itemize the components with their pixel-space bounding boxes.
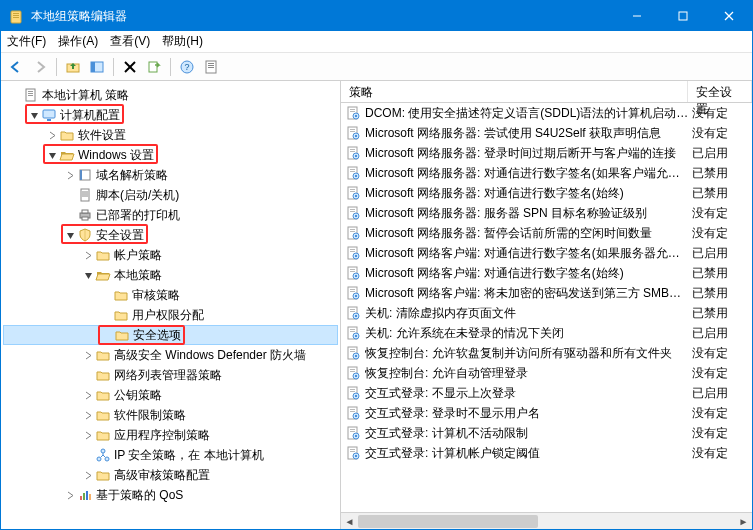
tree-item[interactable]: 本地策略 — [3, 265, 338, 285]
forward-button-icon[interactable] — [29, 56, 51, 78]
tree-item[interactable]: 计算机配置 — [3, 105, 338, 125]
list-item[interactable]: Microsoft 网络服务器: 对通信进行数字签名(始终)已禁用 — [341, 183, 752, 203]
folderOpen-icon — [59, 147, 75, 163]
chevron-down-icon[interactable] — [27, 111, 41, 120]
delete-icon[interactable] — [119, 56, 141, 78]
list-item[interactable]: 交互式登录: 计算机不活动限制没有定 — [341, 423, 752, 443]
help-icon[interactable]: ? — [176, 56, 198, 78]
properties-icon[interactable] — [200, 56, 222, 78]
list-item[interactable]: 恢复控制台: 允许自动管理登录没有定 — [341, 363, 752, 383]
back-button-icon[interactable] — [5, 56, 27, 78]
up-folder-icon[interactable] — [62, 56, 84, 78]
chevron-right-icon[interactable] — [81, 351, 95, 360]
scroll-thumb[interactable] — [358, 515, 538, 528]
col-policy[interactable]: 策略 — [341, 81, 688, 102]
chevron-right-icon[interactable] — [81, 391, 95, 400]
chevron-right-icon[interactable] — [45, 131, 59, 140]
chevron-down-icon[interactable] — [45, 151, 59, 160]
minimize-button[interactable] — [614, 1, 660, 31]
tree-item[interactable]: 软件限制策略 — [3, 405, 338, 425]
tree-item[interactable]: 安全设置 — [3, 225, 338, 245]
chevron-right-icon[interactable] — [63, 171, 77, 180]
chevron-down-icon[interactable] — [63, 231, 77, 240]
tree-item[interactable]: 软件设置 — [3, 125, 338, 145]
list-item[interactable]: 交互式登录: 计算机帐户锁定阈值没有定 — [341, 443, 752, 463]
tree-item[interactable]: 安全选项 — [3, 325, 338, 345]
chevron-right-icon[interactable] — [81, 251, 95, 260]
tree-item[interactable]: 高级安全 Windows Defender 防火墙 — [3, 345, 338, 365]
tree-item[interactable]: 网络列表管理器策略 — [3, 365, 338, 385]
tree-item[interactable]: 本地计算机 策略 — [3, 85, 338, 105]
close-button[interactable] — [706, 1, 752, 31]
policy-icon — [345, 265, 361, 281]
svg-rect-96 — [350, 331, 355, 332]
svg-rect-37 — [86, 491, 88, 500]
chevron-right-icon[interactable] — [81, 411, 95, 420]
menu-view[interactable]: 查看(V) — [110, 33, 150, 50]
list-item[interactable]: Microsoft 网络服务器: 对通信进行数字签名(如果客户端允…已禁用 — [341, 163, 752, 183]
list-item[interactable]: Microsoft 网络客户端: 对通信进行数字签名(如果服务器允…已启用 — [341, 243, 752, 263]
toolbar: ? — [1, 53, 752, 81]
tree-item[interactable]: Windows 设置 — [3, 145, 338, 165]
svg-rect-31 — [82, 217, 88, 220]
tree-item[interactable]: 公钥策略 — [3, 385, 338, 405]
list-item[interactable]: Microsoft 网络服务器: 暂停会话前所需的空闲时间数量没有定 — [341, 223, 752, 243]
list-item[interactable]: Microsoft 网络服务器: 尝试使用 S4U2Self 获取声明信息没有定 — [341, 123, 752, 143]
menu-help[interactable]: 帮助(H) — [162, 33, 203, 50]
chevron-down-icon[interactable] — [81, 271, 95, 280]
tree-item[interactable]: 用户权限分配 — [3, 305, 338, 325]
list-item[interactable]: Microsoft 网络客户端: 对通信进行数字签名(始终)已禁用 — [341, 263, 752, 283]
list-item[interactable]: 关机: 清除虚拟内存页面文件已禁用 — [341, 303, 752, 323]
menu-file[interactable]: 文件(F) — [7, 33, 46, 50]
tree-item[interactable]: IP 安全策略，在 本地计算机 — [3, 445, 338, 465]
svg-rect-61 — [350, 191, 355, 192]
tree-item[interactable]: 帐户策略 — [3, 245, 338, 265]
list-body[interactable]: DCOM: 使用安全描述符定义语言(SDDL)语法的计算机启动…没有定Micro… — [341, 103, 752, 512]
list-item[interactable]: Microsoft 网络服务器: 登录时间过期后断开与客户端的连接已启用 — [341, 143, 752, 163]
scroll-left-icon[interactable]: ◄ — [341, 513, 358, 530]
svg-rect-60 — [350, 189, 355, 190]
policy-name: Microsoft 网络服务器: 对通信进行数字签名(始终) — [365, 185, 688, 202]
chevron-right-icon[interactable] — [63, 491, 77, 500]
policy-setting: 没有定 — [688, 425, 752, 442]
list-item[interactable]: 交互式登录: 登录时不显示用户名没有定 — [341, 403, 752, 423]
svg-rect-68 — [355, 215, 357, 217]
tree-item[interactable]: 域名解析策略 — [3, 165, 338, 185]
svg-rect-2 — [13, 15, 19, 16]
tree-item[interactable]: 已部署的打印机 — [3, 205, 338, 225]
svg-rect-43 — [355, 115, 357, 117]
svg-rect-125 — [350, 449, 355, 450]
tree-item-label: IP 安全策略，在 本地计算机 — [114, 447, 264, 464]
show-pane-icon[interactable] — [86, 56, 108, 78]
tree-item[interactable]: 应用程序控制策略 — [3, 425, 338, 445]
list-item[interactable]: 恢复控制台: 允许软盘复制并访问所有驱动器和所有文件夹没有定 — [341, 343, 752, 363]
list-item[interactable]: DCOM: 使用安全描述符定义语言(SDDL)语法的计算机启动…没有定 — [341, 103, 752, 123]
tree-item-label: 高级审核策略配置 — [114, 467, 210, 484]
col-setting[interactable]: 安全设置 — [688, 81, 752, 102]
list-item[interactable]: 交互式登录: 不显示上次登录已启用 — [341, 383, 752, 403]
chevron-right-icon[interactable] — [81, 471, 95, 480]
tree-item[interactable]: 脚本(启动/关机) — [3, 185, 338, 205]
tree-item-label: 本地计算机 策略 — [42, 87, 129, 104]
tree-item[interactable]: 基于策略的 QoS — [3, 485, 338, 505]
menu-action[interactable]: 操作(A) — [58, 33, 98, 50]
scroll-right-icon[interactable]: ► — [735, 513, 752, 530]
export-icon[interactable] — [143, 56, 165, 78]
svg-rect-27 — [80, 170, 82, 180]
list-item[interactable]: Microsoft 网络客户端: 将未加密的密码发送到第三方 SMB…已禁用 — [341, 283, 752, 303]
tree-item[interactable]: 审核策略 — [3, 285, 338, 305]
svg-point-33 — [105, 457, 109, 461]
maximize-button[interactable] — [660, 1, 706, 31]
svg-rect-13 — [149, 62, 157, 72]
svg-rect-36 — [83, 493, 85, 500]
policy-icon — [345, 205, 361, 221]
shield-icon — [77, 227, 93, 243]
policy-setting: 已禁用 — [688, 165, 752, 182]
list-item[interactable]: 关机: 允许系统在未登录的情况下关闭已启用 — [341, 323, 752, 343]
horizontal-scrollbar[interactable]: ◄ ► — [341, 512, 752, 529]
tree-item-label: 网络列表管理器策略 — [114, 367, 222, 384]
list-item[interactable]: Microsoft 网络服务器: 服务器 SPN 目标名称验证级别没有定 — [341, 203, 752, 223]
tree-item[interactable]: 高级审核策略配置 — [3, 465, 338, 485]
tree-pane[interactable]: 本地计算机 策略计算机配置软件设置Windows 设置域名解析策略脚本(启动/关… — [1, 81, 341, 529]
chevron-right-icon[interactable] — [81, 431, 95, 440]
